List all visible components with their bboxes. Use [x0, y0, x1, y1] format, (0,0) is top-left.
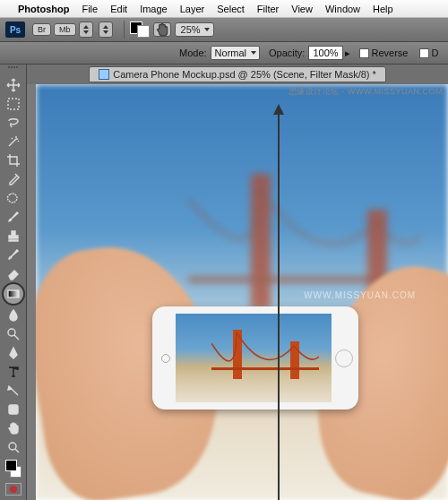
menu-layer[interactable]: Layer [180, 4, 205, 14]
move-tool[interactable] [3, 75, 24, 94]
document-tab-bar: Camera Phone Mockup.psd @ 25% (Scene, Fi… [27, 65, 448, 84]
menu-filter[interactable]: Filter [257, 4, 279, 14]
screen-mode[interactable] [99, 22, 113, 38]
foreground-background-colors[interactable] [4, 460, 23, 478]
menu-select[interactable]: Select [217, 4, 245, 14]
application-bar: Ps Br Mb 25% [0, 18, 448, 42]
patch-tool[interactable] [3, 188, 24, 207]
marquee-tool[interactable] [3, 94, 24, 113]
shape-tool[interactable] [3, 400, 24, 418]
history-brush-tool[interactable] [3, 245, 24, 263]
mode-select[interactable]: Normal [211, 46, 260, 60]
tools-panel [0, 65, 27, 500]
zoom-level[interactable]: 25% [175, 22, 214, 37]
eraser-tool[interactable] [3, 263, 24, 282]
type-tool[interactable] [3, 362, 24, 381]
phone-mockup [152, 306, 358, 409]
quick-mask-toggle[interactable] [5, 483, 22, 496]
tool-options-bar: Mode: Normal Opacity: 100% ▸ Reverse D [0, 42, 448, 65]
watermark-mid: WWW.MISSYUAN.COM [304, 290, 416, 300]
dither-label: D [432, 47, 439, 58]
document-icon [99, 69, 109, 80]
pen-tool[interactable] [3, 343, 24, 362]
gradient-drag-indicator [278, 106, 280, 500]
menu-view[interactable]: View [291, 4, 313, 14]
mode-label: Mode: [179, 47, 207, 58]
svg-point-4 [9, 443, 16, 450]
path-tool[interactable] [3, 381, 24, 400]
reverse-label: Reverse [372, 47, 409, 58]
reverse-checkbox[interactable] [359, 48, 369, 58]
svg-point-2 [8, 329, 15, 336]
document-title: Camera Phone Mockup.psd @ 25% (Scene, Fi… [113, 69, 376, 80]
gradient-tool[interactable] [2, 282, 25, 306]
separator [124, 21, 125, 39]
view-extras[interactable] [130, 22, 150, 38]
brush-tool[interactable] [3, 207, 24, 226]
workspace: Camera Phone Mockup.psd @ 25% (Scene, Fi… [0, 65, 448, 500]
photoshop-logo: Ps [5, 22, 25, 38]
watermark-top: 思缘设计论坛 - WWW.MISSYUAN.COM [289, 86, 444, 98]
menu-help[interactable]: Help [373, 4, 393, 14]
svg-rect-3 [9, 405, 18, 414]
hand-tool[interactable] [3, 418, 24, 437]
zoom-tool[interactable] [3, 437, 24, 456]
canvas-area: Camera Phone Mockup.psd @ 25% (Scene, Fi… [27, 65, 448, 500]
opacity-value[interactable]: 100% [308, 46, 342, 60]
minibridge-button[interactable]: Mb [54, 23, 76, 36]
crop-tool[interactable] [3, 151, 24, 169]
svg-rect-1 [8, 290, 19, 297]
eyedropper-tool[interactable] [3, 169, 24, 188]
svg-rect-0 [8, 99, 19, 109]
bridge-button[interactable]: Br [32, 23, 51, 36]
dither-checkbox[interactable] [419, 48, 429, 58]
mac-menubar: Photoshop File Edit Image Layer Select F… [0, 0, 448, 18]
opacity-label: Opacity: [269, 47, 305, 58]
opacity-flyout-icon[interactable]: ▸ [345, 47, 350, 59]
hand-tool-shortcut[interactable] [153, 22, 171, 37]
document-tab[interactable]: Camera Phone Mockup.psd @ 25% (Scene, Fi… [89, 66, 386, 82]
menu-window[interactable]: Window [325, 4, 360, 14]
dodge-tool[interactable] [3, 324, 24, 343]
blur-tool[interactable] [3, 306, 24, 324]
tools-grip[interactable] [2, 66, 25, 73]
menu-edit[interactable]: Edit [110, 4, 127, 14]
lasso-tool[interactable] [3, 113, 24, 132]
menu-image[interactable]: Image [140, 4, 168, 14]
document-canvas[interactable]: WWW.MISSYUAN.COM [36, 84, 448, 500]
wand-tool[interactable] [3, 132, 24, 151]
stamp-tool[interactable] [3, 226, 24, 245]
menu-app[interactable]: Photoshop [18, 4, 69, 14]
menu-file[interactable]: File [82, 4, 98, 14]
arrange-documents[interactable] [79, 22, 93, 38]
